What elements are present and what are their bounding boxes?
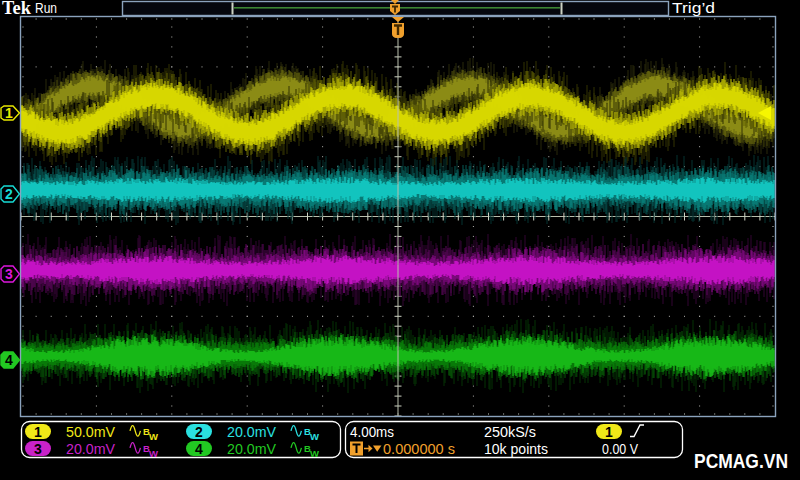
svg-text:20.0mV: 20.0mV [66,441,115,457]
svg-text:20.0mV: 20.0mV [227,424,276,440]
svg-text:W: W [149,431,158,442]
svg-text:20.0mV: 20.0mV [227,441,276,457]
svg-text:4: 4 [5,352,13,368]
svg-text:3: 3 [34,441,42,457]
svg-text:W: W [310,431,319,442]
svg-text:2: 2 [5,186,13,202]
svg-text:PCMAG.VN: PCMAG.VN [694,450,788,472]
svg-text:W: W [310,448,319,459]
svg-text:10k points: 10k points [484,441,548,457]
svg-text:Trig’d: Trig’d [672,0,715,16]
svg-text:Tek: Tek [2,0,31,18]
svg-text:0.000000 s: 0.000000 s [383,441,455,457]
svg-text:50.0mV: 50.0mV [66,424,115,440]
svg-text:4: 4 [195,441,203,457]
svg-text:W: W [149,448,158,459]
svg-text:1: 1 [34,424,42,440]
svg-text:3: 3 [5,266,13,282]
svg-text:1: 1 [5,105,13,121]
svg-text:Run: Run [35,0,57,16]
svg-text:1: 1 [605,424,613,440]
svg-text:0.00 V: 0.00 V [602,441,638,457]
svg-text:2: 2 [195,424,203,440]
svg-text:4.00ms: 4.00ms [350,424,394,440]
svg-text:250kS/s: 250kS/s [484,424,536,440]
